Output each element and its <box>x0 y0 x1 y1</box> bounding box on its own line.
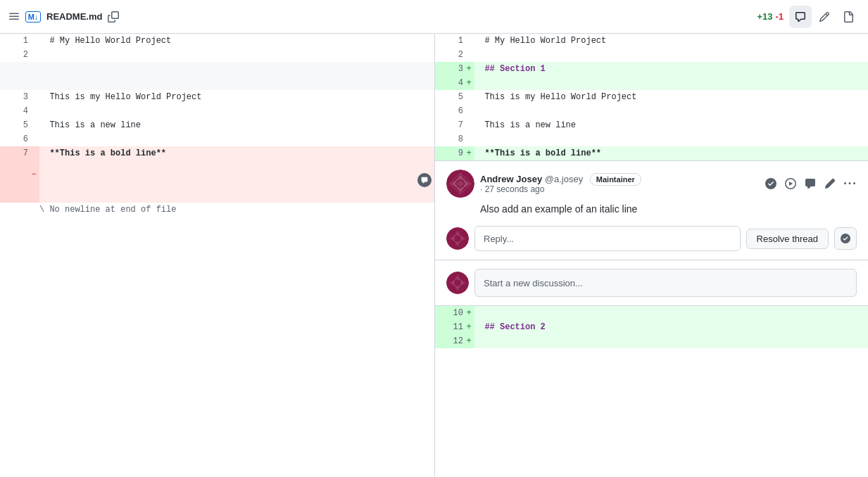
table-row: 5 This is a new line <box>0 118 434 132</box>
line-content: # My Hello World Project <box>474 34 868 48</box>
line-content <box>39 76 434 90</box>
line-content: **This is a bold line** <box>474 146 868 160</box>
additions-count: +13 <box>757 11 772 22</box>
line-number: 6 <box>0 132 28 146</box>
line-number <box>0 62 28 76</box>
line-content: This is my Hello World Project <box>474 90 868 104</box>
line-number: 8 <box>435 132 463 146</box>
right-panel: 1 # My Hello World Project 2 3 + ## Sect… <box>435 34 868 477</box>
left-panel: 1 # My Hello World Project 2 <box>0 34 435 477</box>
deletions-count: -1 <box>775 11 784 22</box>
table-row: 9 + **This is a bold line** <box>435 146 868 160</box>
table-row: \ No newline at end of file <box>0 203 434 217</box>
new-discussion-avatar <box>446 272 469 294</box>
emoji-button[interactable] <box>784 177 798 191</box>
line-number: 1 <box>0 34 28 48</box>
table-row <box>0 62 434 76</box>
toolbar-icons <box>789 6 860 28</box>
reply-area: Reply... Resolve thread <box>446 226 857 251</box>
line-content: **This is a bold line** <box>39 146 434 203</box>
avatar <box>446 170 474 198</box>
right-diff-table: 1 # My Hello World Project 2 3 + ## Sect… <box>435 34 868 160</box>
line-number: 3 <box>0 90 28 104</box>
line-sign <box>463 132 474 146</box>
line-content <box>39 132 434 146</box>
diff-stats: +13 -1 <box>757 11 784 22</box>
new-discussion-input[interactable]: Start a new discussion... <box>474 269 857 297</box>
right-diff-bottom-table: 10 + 11 + ## Section 2 12 + <box>435 306 868 348</box>
copy-path-icon[interactable] <box>108 11 119 23</box>
more-options-button[interactable] <box>843 177 857 191</box>
line-sign <box>463 48 474 62</box>
table-row: 7 This is a new line <box>435 118 868 132</box>
table-row <box>0 76 434 90</box>
line-sign <box>28 34 39 48</box>
line-number: 6 <box>435 104 463 118</box>
line-sign <box>28 48 39 62</box>
line-content: ## Section 2 <box>474 320 868 334</box>
line-sign: + <box>463 62 474 76</box>
edit-button[interactable] <box>813 6 836 28</box>
comment-header: Andrew Josey @a.josey Maintainer · 27 se… <box>446 170 857 198</box>
line-sign <box>28 62 39 76</box>
reply-placeholder: Reply... <box>484 234 514 244</box>
table-row: 6 <box>435 104 868 118</box>
line-content: # My Hello World Project <box>39 34 434 48</box>
maintainer-badge: Maintainer <box>590 173 641 186</box>
line-content <box>39 62 434 76</box>
resolve-check-button[interactable] <box>764 177 778 191</box>
file-name: README.md <box>46 11 102 22</box>
comment-time: · 27 seconds ago <box>480 184 758 194</box>
line-content <box>474 76 868 90</box>
svg-point-7 <box>458 181 463 186</box>
comment-actions <box>764 177 857 191</box>
comment-dot-icon[interactable] <box>417 173 432 187</box>
line-number: 2 <box>0 48 28 62</box>
resolve-thread-button[interactable]: Resolve thread <box>746 229 829 249</box>
line-number: 5 <box>435 90 463 104</box>
collapse-icon[interactable] <box>8 11 20 23</box>
diff-container: 1 # My Hello World Project 2 <box>0 34 868 477</box>
comment-view-button[interactable] <box>789 6 812 28</box>
left-diff-table: 1 # My Hello World Project 2 <box>0 34 434 217</box>
reply-input[interactable]: Reply... <box>474 226 741 251</box>
table-row: 2 <box>435 48 868 62</box>
line-sign <box>463 118 474 132</box>
table-row: 11 + ## Section 2 <box>435 320 868 334</box>
reply-avatar <box>446 227 469 250</box>
line-sign <box>463 104 474 118</box>
new-discussion-placeholder: Start a new discussion... <box>484 278 583 288</box>
line-content <box>474 104 868 118</box>
table-row: 10 + <box>435 306 868 320</box>
line-sign: + <box>463 306 474 320</box>
raw-button[interactable] <box>837 6 860 28</box>
header-left: M↓ README.md <box>8 11 757 23</box>
line-sign <box>463 90 474 104</box>
comment-username: @a.josey <box>545 174 583 184</box>
line-sign: + <box>463 146 474 160</box>
line-content: \ No newline at end of file <box>39 203 434 217</box>
line-number: 5 <box>0 118 28 132</box>
line-number: 1 <box>435 34 463 48</box>
line-number: 11 <box>435 320 463 334</box>
line-content: This is a new line <box>39 118 434 132</box>
edit-comment-button[interactable] <box>823 177 837 191</box>
line-number: 10 <box>435 306 463 320</box>
line-sign <box>28 203 39 217</box>
comment-section: Andrew Josey @a.josey Maintainer · 27 se… <box>435 160 868 260</box>
line-content <box>474 48 868 62</box>
table-row: 4 + <box>435 76 868 90</box>
line-number: 9 <box>435 146 463 160</box>
resolve-thread-icon-button[interactable] <box>834 227 857 250</box>
line-number: 2 <box>435 48 463 62</box>
line-content: This is my Hello World Project <box>39 90 434 104</box>
line-number: 4 <box>0 104 28 118</box>
table-row: 3 + ## Section 1 <box>435 62 868 76</box>
line-number: 3 <box>435 62 463 76</box>
header-right: +13 -1 <box>757 6 860 28</box>
line-number: 7 <box>435 118 463 132</box>
line-sign: + <box>463 76 474 90</box>
line-sign <box>28 104 39 118</box>
reply-button[interactable] <box>803 177 817 191</box>
line-sign: + <box>463 320 474 334</box>
